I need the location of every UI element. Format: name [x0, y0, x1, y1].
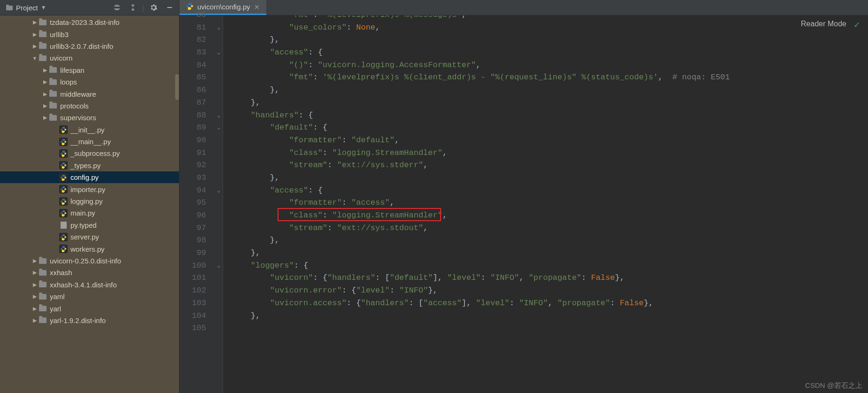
chevron-right-icon[interactable]: ▶ — [41, 79, 49, 85]
chevron-right-icon[interactable]: ▶ — [31, 270, 39, 276]
folder-icon — [39, 304, 47, 313]
tree-item-yaml[interactable]: ▶yaml — [0, 291, 179, 302]
python-file-icon — [59, 209, 68, 217]
folder-icon — [49, 90, 57, 98]
fold-handle — [215, 285, 223, 297]
chevron-right-icon[interactable]: ▶ — [31, 258, 39, 264]
tree-item-label: urllib3 — [50, 31, 69, 39]
chevron-right-icon[interactable]: ▶ — [41, 103, 49, 109]
fold-handle — [215, 147, 223, 160]
chevron-right-icon[interactable]: ▶ — [31, 317, 39, 324]
tree-item-label: lifespan — [60, 66, 85, 74]
tree-item-protocols[interactable]: ▶protocols — [0, 100, 179, 112]
tree-item-label: yarl — [50, 305, 61, 313]
tree-item-lifespan[interactable]: ▶lifespan — [0, 64, 179, 76]
tree-item-urllib3[interactable]: ▶urllib3 — [0, 28, 179, 40]
fold-handle — [215, 209, 223, 222]
sidebar-toolbar: Project ▼ | — [0, 0, 179, 15]
fold-column[interactable]: ⌄⌄⌄⌄⌄⌄ — [215, 15, 223, 393]
tree-item-supervisors[interactable]: ▶supervisors — [0, 112, 179, 123]
svg-rect-1 — [6, 5, 9, 6]
line-gutter: 8081828384858687888990919293949596979899… — [179, 15, 215, 393]
tree-item-yarl-1-9-2-dist-info[interactable]: ▶yarl-1.9.2.dist-info — [0, 315, 179, 326]
python-file-icon — [59, 161, 68, 170]
tree-item-label: yaml — [50, 293, 65, 301]
fold-handle[interactable]: ⌄ — [215, 109, 223, 122]
project-label[interactable]: Project — [16, 4, 38, 12]
tree-item-label: workers.py — [70, 245, 105, 253]
tree-item--types-py[interactable]: ▶_types.py — [0, 160, 179, 171]
tree-item-server-py[interactable]: ▶server.py — [0, 231, 179, 243]
chevron-down-icon[interactable]: ▼ — [41, 4, 46, 11]
fold-handle — [215, 9, 223, 22]
folder-icon — [39, 30, 47, 39]
tree-item-xxhash-3-4-1-dist-info[interactable]: ▶xxhash-3.4.1.dist-info — [0, 279, 179, 291]
collapse-all-icon[interactable] — [110, 1, 124, 14]
tree-item-label: loops — [60, 78, 77, 86]
python-file-icon — [59, 138, 68, 146]
tree-item-uvicorn[interactable]: ▼uvicorn — [0, 52, 179, 64]
project-icon — [6, 4, 13, 11]
tree-item-main-py[interactable]: ▶main.py — [0, 207, 179, 219]
tree-item-logging-py[interactable]: ▶logging.py — [0, 195, 179, 207]
tree-item-tzdata-2023-3-dist-info[interactable]: ▶tzdata-2023.3.dist-info — [0, 16, 179, 28]
python-file-icon — [59, 173, 68, 182]
tree-item-label: uvicorn-0.25.0.dist-info — [50, 257, 121, 265]
tree-item-label: protocols — [60, 102, 89, 110]
tree-item-workers-py[interactable]: ▶workers.py — [0, 243, 179, 254]
tree-item-yarl[interactable]: ▶yarl — [0, 302, 179, 314]
fold-handle — [215, 97, 223, 109]
tree-item-label: uvicorn — [50, 54, 72, 62]
chevron-right-icon[interactable]: ▶ — [31, 43, 39, 49]
close-icon[interactable]: ✕ — [254, 3, 260, 11]
chevron-right-icon[interactable]: ▶ — [31, 31, 39, 38]
python-file-icon — [59, 149, 68, 158]
tree-item-importer-py[interactable]: ▶importer.py — [0, 183, 179, 195]
chevron-right-icon[interactable]: ▶ — [31, 306, 39, 312]
tree-item-middleware[interactable]: ▶middleware — [0, 88, 179, 100]
tree-item--subprocess-py[interactable]: ▶_subprocess.py — [0, 147, 179, 159]
tree-item--init-py[interactable]: ▶__init__.py — [0, 124, 179, 136]
tree-item-label: middleware — [60, 90, 96, 98]
chevron-right-icon[interactable]: ▶ — [41, 91, 49, 97]
code-editor[interactable]: 8081828384858687888990919293949596979899… — [179, 15, 868, 393]
check-icon[interactable]: ✓ — [853, 20, 860, 30]
tree-item-label: _types.py — [70, 162, 101, 170]
reader-mode-label[interactable]: Reader Mode — [801, 20, 846, 28]
folder-icon — [39, 54, 47, 62]
project-tree[interactable]: ▶tzdata-2023.3.dist-info▶urllib3▶urllib3… — [0, 15, 179, 393]
code-content[interactable]: "fmt": "%(levelprefix)s %(message)s", "u… — [223, 15, 868, 393]
chevron-right-icon[interactable]: ▶ — [31, 293, 39, 300]
tree-item-urllib3-2-0-7-dist-info[interactable]: ▶urllib3-2.0.7.dist-info — [0, 40, 179, 52]
chevron-down-icon[interactable]: ▼ — [31, 55, 39, 61]
tree-item-xxhash[interactable]: ▶xxhash — [0, 267, 179, 278]
fold-handle[interactable]: ⌄ — [215, 122, 223, 134]
chevron-right-icon[interactable]: ▶ — [31, 19, 39, 25]
tree-item--main-py[interactable]: ▶__main__.py — [0, 136, 179, 147]
minimize-icon[interactable] — [163, 1, 176, 14]
folder-icon — [39, 280, 47, 289]
folder-icon — [39, 316, 47, 324]
folder-icon — [39, 18, 47, 27]
tree-item-config-py[interactable]: ▶config.py — [0, 171, 179, 183]
expand-all-icon[interactable] — [126, 1, 140, 14]
gear-icon[interactable] — [147, 1, 160, 14]
scrollbar-thumb[interactable] — [175, 74, 179, 100]
fold-handle[interactable]: ⌄ — [215, 185, 223, 197]
fold-handle[interactable]: ⌄ — [215, 46, 223, 59]
chevron-right-icon[interactable]: ▶ — [31, 282, 39, 288]
folder-icon — [39, 42, 47, 50]
tree-item-uvicorn-0-25-0-dist-info[interactable]: ▶uvicorn-0.25.0.dist-info — [0, 255, 179, 267]
chevron-right-icon[interactable]: ▶ — [41, 67, 49, 73]
fold-handle — [215, 172, 223, 185]
chevron-right-icon[interactable]: ▶ — [41, 115, 49, 121]
tree-item-label: importer.py — [70, 185, 105, 193]
tree-item-py-typed[interactable]: ▶py.typed — [0, 219, 179, 231]
tree-item-loops[interactable]: ▶loops — [0, 76, 179, 88]
tree-item-label: yarl-1.9.2.dist-info — [50, 316, 106, 324]
python-file-icon — [59, 185, 68, 193]
fold-handle[interactable]: ⌄ — [215, 22, 223, 34]
fold-handle — [215, 59, 223, 72]
tree-item-label: supervisors — [60, 114, 96, 122]
fold-handle[interactable]: ⌄ — [215, 260, 223, 272]
